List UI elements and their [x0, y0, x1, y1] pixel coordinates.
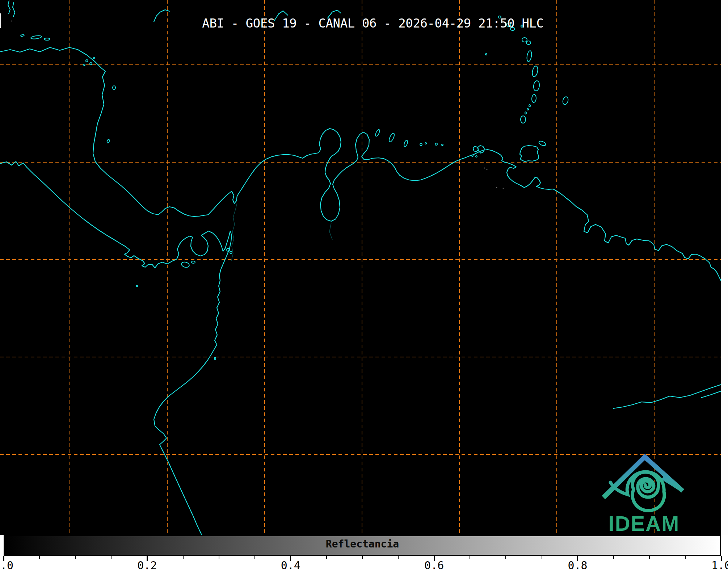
bay-island-guanaja	[44, 38, 50, 40]
islet-cubagua	[476, 156, 477, 157]
island-guadeloupe	[526, 41, 531, 45]
colorbar-minor-tick	[219, 556, 219, 559]
islet-grenadines	[527, 109, 529, 110]
noise-speck	[503, 188, 504, 189]
colorbar-tick-label: 0.4	[281, 559, 300, 571]
island-guadeloupe	[522, 38, 527, 42]
colorbar-tick-label: 0.8	[568, 559, 588, 571]
colorbar-minor-tick	[649, 556, 650, 559]
noise-speck	[487, 169, 488, 170]
miskito-cay	[90, 63, 92, 65]
colorbar-minor-tick	[39, 556, 40, 559]
island-dominica	[526, 50, 532, 62]
colorbar-minor-tick	[75, 556, 76, 559]
bay-island-utila	[21, 34, 25, 37]
scene-edge-artifact	[0, 13, 1, 28]
islet-la-orchila	[442, 144, 443, 146]
map-svg: IDEAM	[0, 0, 721, 535]
ideam-logo: IDEAM	[603, 457, 683, 535]
island-tobago	[538, 140, 546, 147]
colorbar-minor-tick	[398, 556, 399, 559]
coast-fragment-belize-1	[8, 1, 10, 14]
miskito-cay	[86, 60, 88, 62]
island-barbados	[562, 96, 569, 105]
miskito-cay	[93, 57, 94, 59]
bay-island-roatan	[31, 35, 42, 39]
island-st-vincent	[531, 95, 536, 103]
islands-layer	[21, 16, 569, 360]
colorbar-tick-label: 0.2	[137, 559, 157, 571]
noise-speck	[484, 168, 485, 169]
colorbar-tick-label: 1.0	[711, 559, 728, 571]
colorbar-minor-tick	[183, 556, 184, 559]
colorbar-minor-tick	[326, 556, 327, 559]
island-curacao	[388, 133, 395, 143]
amazon-river-bank	[702, 391, 721, 398]
island-aruba	[375, 129, 380, 137]
colorbar-minor-tick	[362, 556, 363, 559]
island-margarita-west	[473, 146, 478, 152]
island-grenada	[521, 116, 526, 123]
coast-pacific	[0, 161, 232, 535]
colorbar-minor-tick	[470, 556, 470, 559]
colorbar-tick-label: 0.6	[424, 559, 444, 571]
map-canvas: IDEAM	[0, 0, 721, 535]
islet-coche	[472, 155, 473, 156]
coast-caribbean-mainland	[0, 47, 721, 281]
colorbar-minor-tick	[505, 556, 506, 559]
noise-speck	[11, 21, 12, 22]
islet-isla-aves	[485, 54, 487, 55]
islet-grenadines	[529, 105, 530, 107]
islet-malpelo	[136, 285, 138, 287]
islet-gorgona	[214, 357, 216, 360]
island-coiba	[181, 261, 190, 268]
colorbar-tick-label: 0.0	[0, 559, 13, 571]
island-pearl	[230, 251, 232, 253]
island-st-lucia	[533, 80, 540, 91]
graticule-layer	[0, 0, 721, 535]
map-title: ABI - GOES 19 - CANAL 06 - 2026-04-29 21…	[202, 16, 543, 30]
miskito-cay	[84, 64, 85, 66]
rivers-layer	[231, 203, 332, 261]
colorbar-minor-tick	[613, 556, 614, 559]
coast-fragment-belize-2	[13, 2, 15, 17]
islet-los-roques	[435, 143, 437, 145]
island-san-andres	[106, 139, 110, 143]
catatumbo-river	[329, 223, 332, 240]
ideam-logo-text: IDEAM	[609, 512, 680, 535]
island-trinidad	[520, 146, 539, 161]
specks-layer	[11, 21, 504, 189]
island-providencia	[113, 86, 115, 89]
colorbar-label: Reflectancia	[4, 538, 721, 550]
figure-right-margin	[721, 0, 728, 535]
islet-las-aves	[420, 143, 422, 146]
satellite-product-page: { "title": { "text": "ABI - GOES 19 - CA…	[0, 0, 728, 571]
colorbar-minor-tick	[111, 556, 111, 559]
colorbar-minor-tick	[254, 556, 255, 559]
noise-speck	[496, 187, 497, 188]
island-cebaco	[192, 261, 195, 263]
colorbar-minor-tick	[685, 556, 686, 559]
islet-las-aves	[425, 143, 426, 144]
colorbar-minor-tick	[542, 556, 542, 559]
island-martinique	[531, 66, 539, 77]
islet-grenadines	[525, 112, 526, 114]
island-bonaire	[403, 140, 408, 147]
ideam-logo-spiral	[610, 472, 664, 511]
